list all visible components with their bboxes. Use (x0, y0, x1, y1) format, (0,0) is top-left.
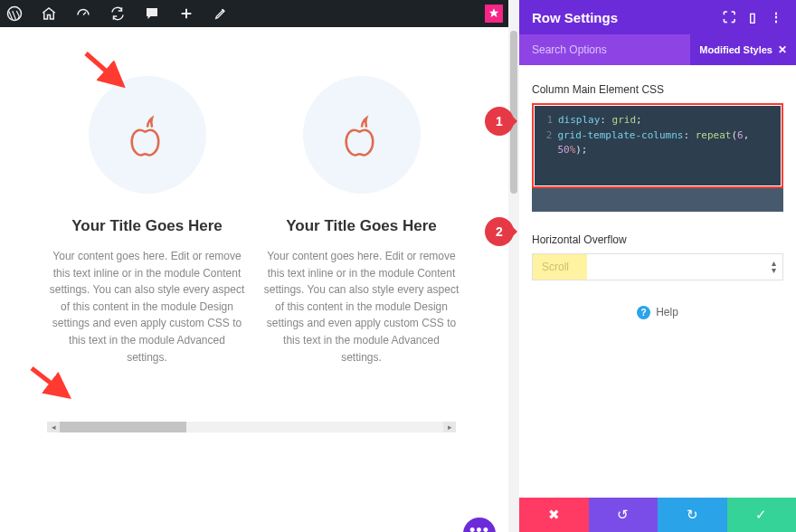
divi-star-icon[interactable] (485, 5, 503, 23)
redo-button[interactable]: ↻ (658, 498, 727, 532)
divi-fab-button[interactable]: ••• (463, 518, 496, 532)
dock-icon[interactable]: ▯ (742, 6, 763, 28)
home-icon[interactable] (40, 5, 58, 23)
close-icon[interactable]: ✕ (778, 43, 787, 56)
panel-title: Row Settings (532, 10, 618, 25)
card-body: Your content goes here. Edit or remove t… (45, 248, 249, 366)
panel-subheader: Search Options Modified Styles ✕ (519, 34, 796, 65)
css-code-footer (532, 188, 783, 212)
save-button[interactable]: ✓ (727, 498, 797, 532)
css-code-highlight: 1 display: grid; 2 grid-template-columns… (532, 103, 783, 188)
horizontal-scrollbar[interactable]: ◂ ▸ (47, 422, 456, 432)
undo-button[interactable]: ↺ (589, 498, 659, 532)
css-code-input[interactable]: 1 display: grid; 2 grid-template-columns… (535, 106, 781, 185)
panel-header: Row Settings ⛶ ▯ ⋮ (519, 0, 796, 34)
overflow-select[interactable]: Scroll (532, 253, 783, 280)
pencil-icon[interactable] (212, 5, 230, 23)
menu-dots-icon[interactable]: ⋮ (765, 6, 787, 28)
scroll-left-icon[interactable]: ◂ (47, 422, 60, 432)
annotation-marker-1: 1 (485, 107, 514, 136)
scroll-thumb[interactable] (60, 422, 186, 432)
panel-vertical-scrollbar[interactable] (508, 0, 519, 532)
wp-admin-toolbar (0, 0, 508, 27)
overflow-field-label: Horizontal Overflow (532, 233, 783, 246)
css-field-label: Column Main Element CSS (532, 83, 783, 96)
comments-icon[interactable] (143, 5, 161, 23)
blurb-module: Your Title Goes Here Your content goes h… (45, 63, 249, 366)
help-icon: ? (637, 306, 650, 319)
refresh-icon[interactable] (109, 5, 127, 23)
card-title: Your Title Goes Here (260, 217, 463, 235)
page-preview: Your Title Goes Here Your content goes h… (0, 27, 508, 532)
icon-circle (303, 76, 421, 194)
chevron-updown-icon: ▴▾ (772, 260, 776, 274)
plus-icon[interactable] (177, 5, 195, 23)
search-input[interactable]: Search Options (532, 43, 607, 56)
panel-footer: ✖ ↺ ↻ ✓ (519, 498, 796, 532)
dashboard-icon[interactable] (74, 5, 92, 23)
cancel-button[interactable]: ✖ (519, 498, 589, 532)
card-body: Your content goes here. Edit or remove t… (260, 248, 463, 366)
modified-styles-filter[interactable]: Modified Styles ✕ (690, 34, 796, 65)
card-title: Your Title Goes Here (45, 217, 249, 235)
scroll-right-icon[interactable]: ▸ (443, 422, 456, 432)
apple-icon (123, 110, 172, 159)
wordpress-icon[interactable] (5, 5, 24, 23)
icon-circle (89, 76, 206, 194)
settings-panel: Row Settings ⛶ ▯ ⋮ Search Options Modifi… (519, 0, 796, 532)
apple-icon (337, 110, 386, 159)
annotation-marker-2: 2 (485, 217, 514, 246)
help-link[interactable]: ? Help (532, 306, 783, 319)
blurb-module: Your Title Goes Here Your content goes h… (260, 63, 463, 366)
fullscreen-icon[interactable]: ⛶ (718, 6, 740, 28)
